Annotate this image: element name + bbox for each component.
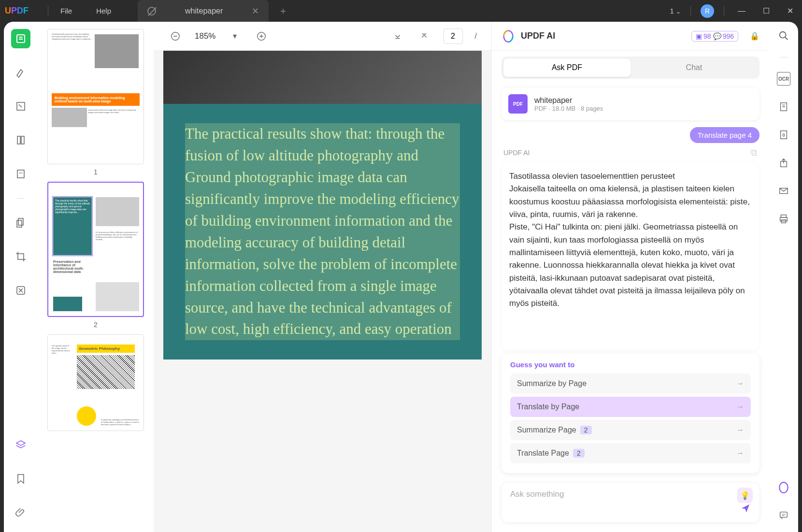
zoom-dropdown[interactable]: ▾ xyxy=(228,29,242,43)
new-tab-button[interactable]: ＋ xyxy=(278,4,288,17)
page-up-button[interactable] xyxy=(417,29,431,43)
suggestion-translate-page[interactable]: Translate Page2→ xyxy=(510,443,751,463)
thumbnail-panel: Combined with practical cases, the build… xyxy=(38,22,154,532)
zoom-value: 185% xyxy=(195,31,215,41)
svg-point-18 xyxy=(780,32,786,38)
ai-credit-badges[interactable]: ▣98 💬996 xyxy=(691,31,738,42)
titlebar: UPDF File Help whitepaper ✕ ＋ 1 ⌄ R — ☐ … xyxy=(0,0,802,22)
ai-response-text: Tasotilassa olevien tasoelementtien peru… xyxy=(501,162,759,350)
layers-icon[interactable] xyxy=(11,435,30,455)
copy-pages-icon[interactable] xyxy=(11,213,30,232)
attachment-icon[interactable] xyxy=(11,503,30,522)
suggestions-box: Guess you want to Summarize by Page→ Tra… xyxy=(501,354,759,473)
svg-rect-8 xyxy=(18,218,23,225)
send-button[interactable] xyxy=(740,503,751,516)
svg-line-19 xyxy=(785,37,788,40)
menu-file[interactable]: File xyxy=(60,7,72,15)
pages-icon[interactable] xyxy=(11,130,30,150)
credit-badge-1: ▣98 xyxy=(696,32,711,40)
form-icon[interactable] xyxy=(11,164,30,184)
search-icon[interactable] xyxy=(777,29,790,43)
minimize-button[interactable]: — xyxy=(734,7,749,15)
ai-tabs: Ask PDF Chat xyxy=(501,57,759,79)
bookmark-icon[interactable] xyxy=(11,469,30,489)
suggestions-title: Guess you want to xyxy=(510,360,751,369)
document-tab[interactable]: whitepaper ✕ xyxy=(138,0,269,22)
maximize-button[interactable]: ☐ xyxy=(759,6,773,15)
document-area: 185% ▾ / The practical results show that… xyxy=(154,22,491,532)
divider xyxy=(690,6,691,16)
main-area: Combined with practical cases, the build… xyxy=(4,22,798,532)
tab-chat[interactable]: Chat xyxy=(630,58,758,77)
page-down-button[interactable] xyxy=(390,29,405,43)
document-text[interactable]: The practical results show that: through… xyxy=(185,123,460,340)
translate-result-badge: Translate page 4 xyxy=(690,127,759,143)
svg-rect-9 xyxy=(17,220,22,227)
ai-response-label: UPDF AI ⿻ xyxy=(492,147,769,158)
divider xyxy=(17,198,25,199)
document-image xyxy=(163,51,482,104)
tab-ask-pdf[interactable]: Ask PDF xyxy=(503,58,630,77)
zoom-out-button[interactable] xyxy=(168,29,183,43)
copy-icon[interactable]: ⿻ xyxy=(751,149,758,157)
file-name: whitepaper xyxy=(534,96,603,105)
page-input[interactable] xyxy=(444,29,463,44)
divider xyxy=(724,6,724,16)
tab-close-button[interactable]: ✕ xyxy=(252,6,259,16)
hint-button[interactable]: 💡 xyxy=(737,488,753,503)
file-card[interactable]: PDF whitepaper PDF · 18.0 MB · 8 pages xyxy=(501,87,759,120)
lock-icon[interactable]: 🔒 xyxy=(750,31,759,41)
chat-input-area: 💡 xyxy=(501,483,759,522)
ai-title: UPDF AI xyxy=(521,31,555,41)
suggestion-translate-by-page[interactable]: Translate by Page→ xyxy=(510,397,751,417)
thumb-number: 1 xyxy=(47,168,144,176)
menu-help[interactable]: Help xyxy=(96,7,111,15)
arrow-icon: → xyxy=(736,449,744,458)
page-separator: / xyxy=(475,32,477,41)
svg-rect-6 xyxy=(17,170,24,178)
suggestion-summarize-by-page[interactable]: Summarize by Page→ xyxy=(510,374,751,394)
email-icon[interactable] xyxy=(777,184,790,198)
left-sidebar xyxy=(4,22,38,532)
crop-icon[interactable] xyxy=(11,247,30,266)
protect-icon[interactable] xyxy=(777,128,790,142)
suggestion-summarize-page[interactable]: Summarize Page2→ xyxy=(510,420,751,440)
thumbnail-2[interactable]: The practical results show that through … xyxy=(47,182,144,329)
share-icon[interactable] xyxy=(777,156,790,170)
ai-panel: UPDF AI ▣98 💬996 🔒 Ask PDF Chat PDF whit… xyxy=(491,22,769,532)
app-logo: UPDF xyxy=(5,6,29,16)
window-count[interactable]: 1 ⌄ xyxy=(670,7,681,15)
right-sidebar: OCR xyxy=(769,22,798,532)
svg-rect-4 xyxy=(17,136,20,144)
doc-toolbar: 185% ▾ / xyxy=(154,22,491,51)
svg-rect-28 xyxy=(780,512,788,518)
svg-point-22 xyxy=(783,135,785,137)
zoom-in-button[interactable] xyxy=(254,29,269,43)
pdf-file-icon: PDF xyxy=(508,94,528,114)
ai-header: UPDF AI ▣98 💬996 🔒 xyxy=(492,22,769,51)
arrow-icon: → xyxy=(736,403,744,411)
chat-input[interactable] xyxy=(510,489,751,499)
ocr-icon[interactable]: OCR xyxy=(777,72,790,86)
redact-icon[interactable] xyxy=(11,281,30,300)
highlighter-icon[interactable] xyxy=(11,63,30,82)
document-viewport[interactable]: The practical results show that: through… xyxy=(154,51,491,532)
edit-text-icon[interactable] xyxy=(11,97,30,116)
print-icon[interactable] xyxy=(777,212,790,226)
thumbnail-3[interactable]: The specific point of the image can be e… xyxy=(47,334,144,431)
tab-icon xyxy=(147,7,156,15)
close-button[interactable]: ✕ xyxy=(783,6,797,15)
credit-badge-2: 💬996 xyxy=(713,32,734,40)
comments-icon[interactable] xyxy=(777,509,790,522)
file-meta: PDF · 18.0 MB · 8 pages xyxy=(534,105,603,112)
svg-rect-5 xyxy=(21,136,24,144)
compress-icon[interactable] xyxy=(777,100,790,114)
ai-logo-icon xyxy=(501,29,515,43)
ai-toggle-icon[interactable] xyxy=(777,481,790,494)
arrow-icon: → xyxy=(736,426,744,434)
tab-title: whitepaper xyxy=(185,7,223,15)
reader-mode-icon[interactable] xyxy=(11,29,30,48)
user-avatar[interactable]: R xyxy=(701,4,714,18)
thumbnail-1[interactable]: Combined with practical cases, the build… xyxy=(47,29,144,176)
thumb-number: 2 xyxy=(47,321,144,329)
